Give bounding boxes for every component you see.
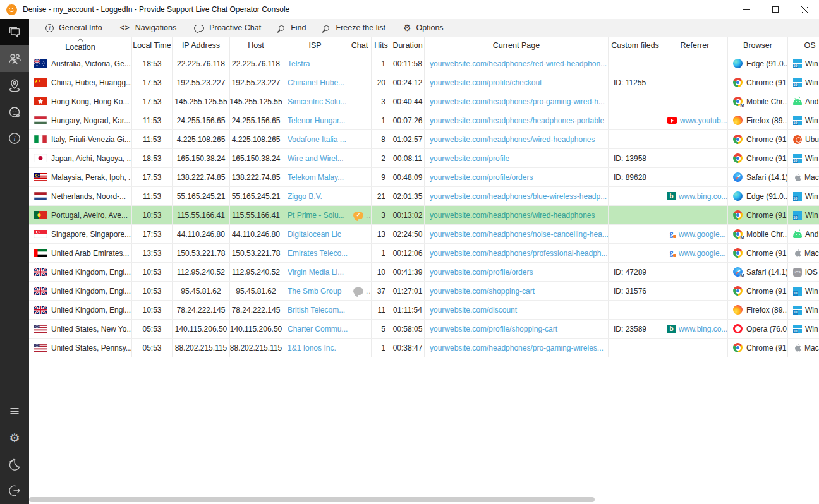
- time-text: 11:53: [143, 135, 161, 144]
- column-header-ip[interactable]: IP Address: [173, 37, 230, 54]
- toolbar-item-general-info[interactable]: iGeneral Info: [37, 19, 111, 37]
- current-page-link[interactable]: yourwebsite.com/headphones/wired-headpho…: [430, 211, 595, 220]
- current-page-link[interactable]: yourwebsite.com/profile/orders: [430, 268, 533, 277]
- column-header-host[interactable]: Host: [230, 37, 282, 54]
- visitor-row[interactable]: China, Hubei, Huangg...17:53192.55.23.22…: [29, 73, 819, 92]
- referrer-link[interactable]: www.bing.co...: [679, 325, 727, 333]
- location-text: Malaysia, Perak, Ipoh, ...: [51, 173, 132, 182]
- referrer-link[interactable]: www.youtub...: [680, 116, 727, 125]
- column-header-referrer[interactable]: Referrer: [662, 37, 728, 54]
- current-page-link[interactable]: yourwebsite.com/profile/orders: [430, 173, 533, 182]
- cell-chat: [348, 339, 372, 357]
- current-page-link[interactable]: yourwebsite.com/headphones/red-wired-hea…: [430, 59, 607, 68]
- isp-link[interactable]: Vodafone Italia ...: [288, 135, 346, 144]
- visitor-row[interactable]: United States, New Yo...05:53140.115.206…: [29, 320, 819, 339]
- current-page-link[interactable]: yourwebsite.com/headphones/noise-cancell…: [430, 230, 609, 239]
- current-page-link[interactable]: yourwebsite.com/profile: [430, 154, 509, 163]
- isp-link[interactable]: Digitalocean Llc: [288, 230, 341, 239]
- column-header-custom[interactable]: Custom fileds: [609, 37, 662, 54]
- cell-referrer: [662, 92, 728, 111]
- visitor-row[interactable]: Portugal, Aveiro, Ave...10:53115.55.166.…: [29, 206, 819, 225]
- isp-link[interactable]: British Telecom...: [288, 306, 345, 315]
- referrer-link[interactable]: www.google...: [679, 230, 726, 239]
- sidebar-item-night-mode[interactable]: [0, 451, 29, 477]
- column-header-time[interactable]: Local Time: [132, 37, 173, 54]
- isp-link[interactable]: Emirates Teleco...: [288, 249, 348, 258]
- duration-text: 00:41:39: [393, 268, 423, 277]
- firefox-icon: [733, 116, 743, 125]
- column-header-hits[interactable]: Hits: [372, 37, 391, 54]
- current-page-link[interactable]: yourwebsite.com/headphones/blue-wireless…: [430, 192, 607, 201]
- column-header-location[interactable]: Location: [29, 37, 132, 54]
- sidebar-item-info[interactable]: i: [0, 125, 29, 152]
- cell-browser: Chrome (91...: [728, 244, 788, 262]
- visitor-row[interactable]: Netherlands, Noord-...11:5355.165.245.21…: [29, 187, 819, 206]
- visitor-row[interactable]: Australia, Victoria, Ge...18:5322.225.76…: [29, 54, 819, 73]
- current-page-link[interactable]: yourwebsite.com/headphones/headphones-po…: [430, 116, 604, 125]
- maximize-button[interactable]: [761, 0, 790, 19]
- current-page-link[interactable]: yourwebsite.com/shopping-cart: [430, 287, 535, 296]
- column-header-page[interactable]: Current Page: [425, 37, 609, 54]
- referrer-link[interactable]: www.google...: [679, 249, 726, 258]
- current-page-link[interactable]: yourwebsite.com/headphones/pro-gaming-wi…: [430, 344, 604, 352]
- isp-link[interactable]: Ziggo B.V.: [288, 192, 322, 201]
- visitor-row[interactable]: Singapore, Singapore...17:5344.110.246.8…: [29, 225, 819, 244]
- visitor-row[interactable]: United Arab Emirates...13:53150.53.221.7…: [29, 244, 819, 263]
- firefox-icon: [733, 305, 743, 315]
- cell-location: Hong Kong, Hong Ko...: [29, 92, 132, 111]
- logout-arrow-icon: [7, 483, 22, 498]
- toolbar-item-options[interactable]: ⚙Options: [394, 19, 452, 37]
- isp-link[interactable]: Charter Commu...: [288, 325, 348, 333]
- column-header-os[interactable]: OS: [788, 37, 819, 54]
- toolbar-item-freeze-the-list[interactable]: Freeze the list: [315, 19, 394, 37]
- isp-link[interactable]: Virgin Media Li...: [288, 268, 344, 277]
- isp-link[interactable]: Telekom Malay...: [288, 173, 344, 182]
- isp-link[interactable]: Pt Prime - Solu...: [288, 211, 345, 220]
- column-header-duration[interactable]: Duration: [391, 37, 425, 54]
- visitor-row[interactable]: Hong Kong, Hong Ko...17:53145.255.125.55…: [29, 92, 819, 111]
- isp-link[interactable]: Wire and Wirel...: [288, 154, 344, 163]
- sidebar-item-logout[interactable]: [0, 477, 29, 504]
- isp-link[interactable]: Telstra: [288, 59, 310, 68]
- current-page-link[interactable]: yourwebsite.com/discount: [430, 306, 517, 315]
- isp-link[interactable]: Simcentric Solu...: [288, 97, 346, 106]
- column-header-browser[interactable]: Browser: [728, 37, 788, 54]
- hits-text: 13: [377, 230, 385, 239]
- horizontal-scrollbar-thumb[interactable]: [29, 497, 595, 502]
- column-header-isp[interactable]: ISP: [282, 37, 348, 54]
- toolbar-item-proactive-chat[interactable]: ···Proactive Chat: [185, 19, 270, 37]
- column-header-chat[interactable]: Chat: [348, 37, 372, 54]
- visitor-row[interactable]: United Kingdom, Engl...10:53112.95.240.5…: [29, 263, 819, 282]
- sidebar-item-settings[interactable]: ⚙: [0, 424, 29, 451]
- current-page-link[interactable]: yourwebsite.com/headphones/professional-…: [430, 249, 608, 258]
- visitor-row[interactable]: Italy, Friuli-Venezia Gi...11:534.225.10…: [29, 130, 819, 149]
- cell-location: United Kingdom, Engl...: [29, 282, 132, 300]
- cell-duration: 02:01:35: [391, 187, 425, 205]
- isp-link[interactable]: The Smb Group: [288, 287, 341, 296]
- isp-link[interactable]: Chinanet Hube...: [288, 78, 344, 87]
- close-button[interactable]: [790, 0, 819, 19]
- sidebar-item-visitors[interactable]: [0, 45, 29, 72]
- toolbar-item-find[interactable]: Find: [270, 19, 315, 37]
- current-page-link[interactable]: yourwebsite.com/headphones/wired-headpho…: [430, 135, 595, 144]
- sidebar-item-chats[interactable]: [0, 19, 29, 45]
- minimize-button[interactable]: [732, 0, 761, 19]
- visitor-row[interactable]: United Kingdom, Engl...10:5395.45.81.629…: [29, 282, 819, 301]
- cell-duration: 00:48:09: [391, 168, 425, 186]
- sidebar-item-menu[interactable]: [0, 398, 29, 424]
- current-page-link[interactable]: yourwebsite.com/headphones/pro-gaming-wi…: [430, 97, 605, 106]
- visitor-row[interactable]: Malaysia, Perak, Ipoh, ...17:53138.222.7…: [29, 168, 819, 187]
- toolbar-item-navigations[interactable]: <>Navigations: [111, 19, 185, 37]
- sidebar-item-operator[interactable]: [0, 99, 29, 125]
- visitor-row[interactable]: United States, Pennsy...05:5388.202.215.…: [29, 339, 819, 357]
- visitor-row[interactable]: United Kingdom, Engl...10:5378.24.222.14…: [29, 301, 819, 320]
- isp-link[interactable]: 1&1 Ionos Inc.: [288, 344, 336, 352]
- cell-location: United States, New Yo...: [29, 320, 132, 338]
- referrer-link[interactable]: www.bing.co...: [679, 192, 727, 201]
- isp-link[interactable]: Telenor Hungar...: [288, 116, 345, 125]
- current-page-link[interactable]: yourwebsite.com/profile/checkout: [430, 78, 542, 87]
- visitor-row[interactable]: Hungary, Nograd, Kar...11:5324.255.156.6…: [29, 111, 819, 130]
- current-page-link[interactable]: yourwebsite.com/profile/shopping-cart: [430, 325, 557, 333]
- sidebar-item-map[interactable]: [0, 72, 29, 99]
- visitor-row[interactable]: Japan, Aichi, Nagoya, ...18:53165.150.38…: [29, 149, 819, 168]
